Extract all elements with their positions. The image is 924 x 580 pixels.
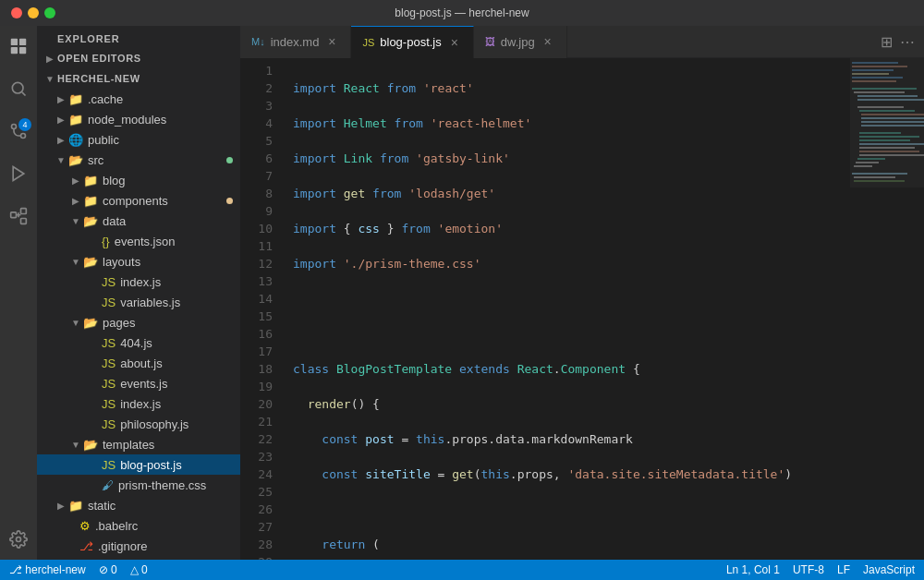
settings-activity-icon[interactable] [6,526,31,552]
tree-item-index-js-layouts[interactable]: ▶ JS index.js [37,272,240,292]
svg-line-5 [22,92,26,96]
js-icon: JS [102,275,116,289]
js-icon: JS [102,296,116,309]
svg-rect-42 [850,58,924,187]
line-numbers: 12345 678910 1112131415 1617181920 21222… [240,58,282,560]
svg-point-6 [12,125,17,129]
tree-item-src[interactable]: ▼ 📂 src [37,150,240,170]
tab-close-icon[interactable]: × [324,34,339,49]
explorer-title: EXPLORER [37,26,240,48]
tree-item-about[interactable]: ▶ JS about.js [37,353,240,373]
line-ending-status[interactable]: LF [837,563,850,576]
tab-blog-post-js[interactable]: JS blog-post.js × [351,26,473,58]
tree-item-events-js[interactable]: ▶ JS events.js [37,373,240,393]
language-status[interactable]: JavaScript [863,563,915,576]
tree-item-prism-css[interactable]: ▶ 🖌 prism-theme.css [37,475,240,495]
svg-rect-11 [21,219,27,224]
editor-area: M↓ index.md × JS blog-post.js × 🖼 dw.jpg… [240,26,924,560]
folder-icon: 📁 [68,113,83,127]
debug-activity-icon[interactable] [6,161,31,187]
tab-close-icon[interactable]: × [447,35,462,50]
code-editor[interactable]: import React from 'react' import Helmet … [282,58,850,560]
status-bar-right: Ln 1, Col 1 UTF-8 LF JavaScript [726,563,915,576]
tree-item-philosophy[interactable]: ▶ JS philosophy.js [37,414,240,434]
folder-icon: 📂 [83,316,98,330]
sidebar: EXPLORER ▶ OPEN EDITORS ▼ HERCHEL-NEW ▶ … [37,26,240,560]
minimap-canvas [850,58,924,560]
img-tab-icon: 🖼 [485,36,495,47]
tab-close-icon[interactable]: × [541,34,555,49]
position-status[interactable]: Ln 1, Col 1 [726,563,780,576]
js-icon: JS [102,458,116,472]
tree-item-blog[interactable]: ▶ 📁 blog [37,170,240,190]
folder-icon: 📁 [68,92,83,106]
tab-dw-jpg[interactable]: 🖼 dw.jpg × [474,26,567,58]
svg-rect-0 [11,39,18,45]
root-folder[interactable]: ▼ HERCHEL-NEW [37,68,240,89]
tab-label: index.md [271,35,320,49]
tree-item-variables-js[interactable]: ▶ JS variables.js [37,292,240,312]
svg-rect-1 [19,39,26,45]
minimap [850,58,924,560]
activity-bar: 4 [0,26,37,560]
editor-content: 12345 678910 1112131415 1617181920 21222… [240,58,924,560]
tree-item-data[interactable]: ▼ 📂 data [37,211,240,231]
folder-icon: 📂 [83,255,98,269]
errors-status[interactable]: ⊘ 0 [99,563,117,576]
svg-point-7 [21,134,26,139]
tree-item-events-json[interactable]: ▶ {} events.json [37,231,240,251]
split-editor-icon[interactable]: ⊞ [881,33,893,51]
folder-icon: 📁 [83,194,98,208]
tree-item-templates[interactable]: ▼ 📂 templates [37,434,240,454]
tree-item-cache[interactable]: ▶ 📁 .cache [37,89,240,109]
search-activity-icon[interactable] [6,76,31,102]
folder-icon: 📁 [83,174,98,187]
md-tab-icon: M↓ [251,36,265,47]
tree-item-index-js-pages[interactable]: ▶ JS index.js [37,393,240,414]
tab-label: blog-post.js [380,35,441,49]
js-icon: JS [102,417,116,431]
branch-status[interactable]: ⎇ herchel-new [9,563,86,576]
tabs-actions: ⊞ ⋯ [871,33,924,51]
folder-icon: 📂 [83,214,98,228]
babel-icon: ⚙ [79,519,91,533]
root-label: HERCHEL-NEW [57,73,140,84]
folder-icon: 📂 [68,153,83,167]
fullscreen-button[interactable] [44,7,55,18]
tree-item-node-modules[interactable]: ▶ 📁 node_modules [37,109,240,129]
minimize-button[interactable] [28,7,39,18]
tree-item-layouts[interactable]: ▼ 📂 layouts [37,251,240,272]
explorer-activity-icon[interactable] [6,33,31,59]
source-control-activity-icon[interactable]: 4 [6,118,31,144]
title-bar: blog-post.js — herchel-new [0,0,924,26]
svg-rect-3 [19,47,26,54]
svg-rect-2 [11,47,18,54]
svg-rect-10 [21,209,27,214]
tree-item-public[interactable]: ▶ 🌐 public [37,129,240,150]
close-button[interactable] [11,7,22,18]
more-actions-icon[interactable]: ⋯ [900,33,915,51]
warnings-status[interactable]: △ 0 [130,563,148,576]
tree-item-components[interactable]: ▶ 📁 components [37,190,240,211]
source-control-badge: 4 [18,118,31,131]
tree-item-blog-post-js[interactable]: ▶ JS blog-post.js [37,454,240,475]
tree-item-static[interactable]: ▶ 📁 static [37,495,240,515]
tree-item-pages[interactable]: ▼ 📂 pages [37,312,240,332]
js-tab-icon: JS [362,37,374,48]
open-editors-chevron: ▶ [43,54,57,64]
json-icon: {} [102,235,110,248]
extensions-activity-icon[interactable] [6,203,31,229]
js-icon: JS [102,356,116,370]
tree-item-babelrc[interactable]: ▶ ⚙ .babelrc [37,515,240,536]
css-icon: 🖌 [102,478,114,492]
svg-point-4 [12,82,23,93]
encoding-status[interactable]: UTF-8 [793,563,824,576]
tab-index-md[interactable]: M↓ index.md × [240,26,351,58]
js-icon: JS [102,377,116,391]
js-icon: JS [102,397,116,411]
open-editors-section[interactable]: ▶ OPEN EDITORS [37,48,240,68]
tree-item-gitignore[interactable]: ▶ ⎇ .gitignore [37,536,240,556]
tree-item-404[interactable]: ▶ JS 404.js [37,332,240,353]
git-icon: ⎇ [79,539,93,553]
js-icon: JS [102,336,116,350]
